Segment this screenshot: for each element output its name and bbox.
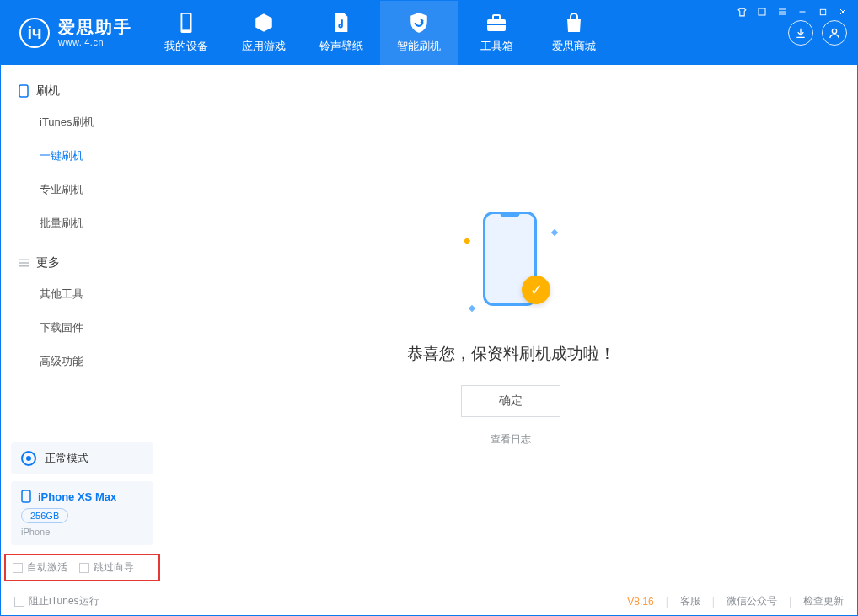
nav-store[interactable]: 爱思商城: [535, 1, 613, 65]
sidebar-item-pro-flash[interactable]: 专业刷机: [40, 173, 164, 206]
success-illustration: ✓: [464, 205, 557, 323]
device-type: iPhone: [21, 527, 143, 537]
section-title: 刷机: [36, 83, 60, 99]
nav-label: 智能刷机: [397, 39, 441, 54]
status-dot-icon: [21, 451, 36, 466]
toolbox-icon: [485, 12, 507, 34]
device-mode-label: 正常模式: [45, 451, 88, 466]
logo-icon: iч: [19, 18, 50, 48]
list-icon: [18, 257, 29, 269]
close-icon[interactable]: [837, 6, 849, 18]
nav-label: 工具箱: [480, 39, 513, 54]
sidebar-item-download-firmware[interactable]: 下载固件: [40, 311, 164, 345]
nav-label: 我的设备: [164, 39, 208, 54]
nav-smart-flash[interactable]: 智能刷机: [380, 1, 458, 65]
device-card[interactable]: iPhone XS Max 256GB iPhone: [11, 481, 153, 545]
nav-ringtones[interactable]: 铃声壁纸: [303, 1, 380, 65]
minimize-icon[interactable]: [796, 6, 808, 18]
app-title: 爱思助手: [58, 18, 132, 37]
footer-bar: 阻止iTunes运行 V8.16 | 客服 | 微信公众号 | 检查更新: [1, 587, 857, 615]
app-site: www.i4.cn: [58, 37, 132, 48]
sidebar-item-advanced[interactable]: 高级功能: [40, 345, 164, 378]
device-storage-badge: 256GB: [21, 508, 68, 523]
phone-outline-icon: [21, 490, 31, 503]
svg-rect-6: [487, 24, 506, 25]
bag-icon: [563, 12, 585, 34]
download-button[interactable]: [788, 20, 813, 46]
svg-rect-3: [182, 14, 190, 30]
checkbox-skip-guide[interactable]: 跳过向导: [79, 560, 134, 575]
sidebar-item-batch-flash[interactable]: 批量刷机: [40, 206, 164, 240]
main-content: ✓ 恭喜您，保资料刷机成功啦！ 确定 查看日志: [164, 65, 857, 587]
checkbox-label: 跳过向导: [94, 560, 134, 575]
logo[interactable]: iч 爱思助手 www.i4.cn: [1, 1, 147, 65]
flash-options-highlight: 自动激活 跳过向导: [4, 554, 160, 581]
version-label: V8.16: [627, 596, 653, 608]
checkbox-block-itunes[interactable]: 阻止iTunes运行: [14, 594, 99, 608]
sidebar-item-itunes-flash[interactable]: iTunes刷机: [40, 105, 164, 139]
sidebar-item-oneclick-flash[interactable]: 一键刷机: [40, 139, 164, 173]
device-icon: [175, 12, 197, 34]
body: 刷机 iTunes刷机 一键刷机 专业刷机 批量刷机 更多 其他工具 下载固件 …: [1, 65, 857, 587]
svg-rect-1: [820, 9, 825, 14]
tshirt-icon[interactable]: [736, 6, 748, 18]
section-title: 更多: [36, 255, 60, 271]
sidebar-item-other-tools[interactable]: 其他工具: [40, 277, 164, 311]
view-log-link[interactable]: 查看日志: [491, 432, 531, 447]
device-name: iPhone XS Max: [38, 490, 116, 503]
svg-rect-9: [22, 490, 30, 502]
cube-icon: [253, 12, 275, 34]
sidebar-section-flash[interactable]: 刷机: [1, 77, 164, 105]
device-mode-card[interactable]: 正常模式: [11, 442, 153, 474]
sidebar-section-more[interactable]: 更多: [1, 249, 164, 277]
skin-icon[interactable]: [756, 6, 768, 18]
nav-toolbox[interactable]: 工具箱: [458, 1, 535, 65]
checkbox-label: 阻止iTunes运行: [29, 594, 99, 608]
nav-my-device[interactable]: 我的设备: [147, 1, 225, 65]
nav-label: 铃声壁纸: [319, 39, 363, 54]
nav-apps-games[interactable]: 应用游戏: [225, 1, 303, 65]
header-bar: iч 爱思助手 www.i4.cn 我的设备 应用游戏 铃声壁纸 智能刷机: [1, 1, 857, 65]
maximize-icon[interactable]: [817, 6, 829, 18]
checkbox-label: 自动激活: [27, 560, 67, 575]
titlebar-controls: [736, 6, 849, 18]
footer-link-update[interactable]: 检查更新: [803, 594, 844, 608]
app-window: iч 爱思助手 www.i4.cn 我的设备 应用游戏 铃声壁纸 智能刷机: [0, 0, 858, 616]
success-message: 恭喜您，保资料刷机成功啦！: [407, 343, 615, 365]
svg-rect-5: [493, 15, 500, 19]
nav-label: 应用游戏: [242, 39, 286, 54]
phone-small-icon: [18, 85, 29, 97]
svg-point-7: [832, 29, 836, 33]
menu-icon[interactable]: [776, 6, 788, 18]
svg-rect-0: [759, 8, 765, 15]
ok-button[interactable]: 确定: [461, 385, 560, 417]
nav-label: 爱思商城: [552, 39, 596, 54]
footer-link-support[interactable]: 客服: [680, 594, 700, 608]
check-badge-icon: ✓: [522, 276, 550, 304]
top-nav: 我的设备 应用游戏 铃声壁纸 智能刷机 工具箱 爱思商城: [147, 1, 613, 65]
music-file-icon: [330, 12, 352, 34]
svg-rect-8: [19, 85, 28, 97]
checkbox-auto-activate[interactable]: 自动激活: [13, 560, 67, 575]
account-button[interactable]: [822, 20, 847, 46]
sidebar: 刷机 iTunes刷机 一键刷机 专业刷机 批量刷机 更多 其他工具 下载固件 …: [1, 65, 164, 587]
footer-link-wechat[interactable]: 微信公众号: [727, 594, 777, 608]
refresh-shield-icon: [408, 12, 430, 34]
flash-result: ✓ 恭喜您，保资料刷机成功啦！ 确定 查看日志: [407, 205, 615, 447]
